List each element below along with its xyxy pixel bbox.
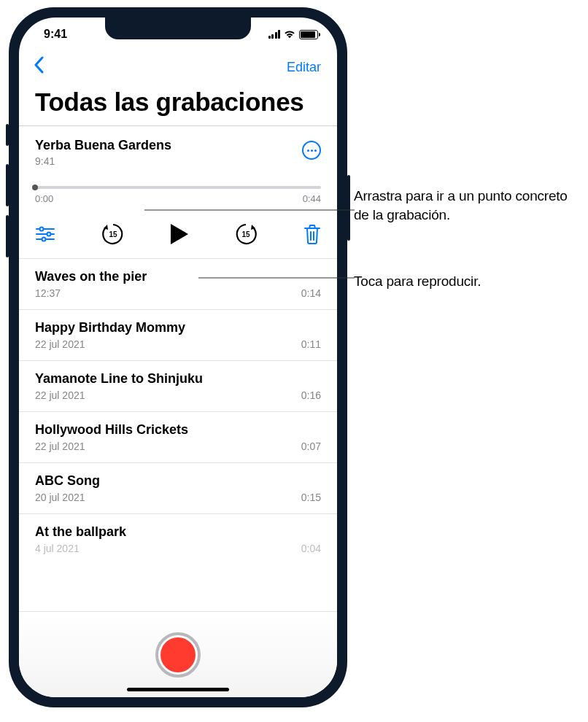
recording-date: 4 jul 2021 xyxy=(35,543,80,554)
phone-frame: 9:41 Editar Todas las grabaciones xyxy=(9,7,347,707)
list-item[interactable]: Happy Birthday Mommy 22 jul 2021 0:11 xyxy=(19,310,337,361)
list-item[interactable]: Yamanote Line to Shinjuku 22 jul 2021 0:… xyxy=(19,361,337,412)
trash-icon xyxy=(303,224,321,244)
scrubber-track[interactable] xyxy=(35,186,321,189)
recording-title: ABC Song xyxy=(35,473,100,489)
notch xyxy=(105,18,251,39)
record-button[interactable] xyxy=(155,632,201,678)
skip-forward-button[interactable]: 15 xyxy=(233,222,258,247)
scrubber[interactable]: 0:00 0:44 xyxy=(35,186,321,204)
svg-point-1 xyxy=(40,228,44,231)
scrubber-thumb[interactable] xyxy=(32,185,38,190)
recording-duration: 0:14 xyxy=(301,287,321,299)
skip-amount: 15 xyxy=(109,230,117,238)
recording-duration: 0:07 xyxy=(301,440,321,452)
recording-duration: 0:04 xyxy=(301,543,321,554)
wifi-icon xyxy=(284,30,295,39)
recording-duration: 0:11 xyxy=(301,338,321,350)
recording-date: 20 jul 2021 xyxy=(35,492,85,503)
callout-play: Toca para reproducir. xyxy=(354,272,481,291)
skip-back-button[interactable]: 15 xyxy=(101,222,125,247)
ellipsis-icon xyxy=(307,150,317,152)
more-button[interactable] xyxy=(302,141,321,160)
recording-date: 22 jul 2021 xyxy=(35,389,85,401)
edit-button[interactable]: Editar xyxy=(287,60,321,75)
chevron-left-icon xyxy=(34,56,44,74)
battery-icon xyxy=(299,30,318,39)
list-item[interactable]: At the ballpark 4 jul 2021 0:04 xyxy=(19,514,337,557)
list-item[interactable]: Hollywood Hills Crickets 22 jul 2021 0:0… xyxy=(19,412,337,463)
options-button[interactable] xyxy=(35,226,55,242)
volume-down-button xyxy=(6,215,9,257)
callout-scrubber: Arrastra para ir a un punto concreto de … xyxy=(354,187,580,224)
home-indicator[interactable] xyxy=(127,688,229,691)
delete-button[interactable] xyxy=(303,224,321,244)
page-title: Todas las grabaciones xyxy=(19,82,337,125)
recording-title: At the ballpark xyxy=(35,524,126,540)
record-area xyxy=(19,611,337,697)
recording-date: 12:37 xyxy=(35,287,61,299)
recording-date: 22 jul 2021 xyxy=(35,440,85,452)
recording-duration: 0:15 xyxy=(301,492,321,503)
scrubber-start-label: 0:00 xyxy=(35,193,53,204)
back-button[interactable] xyxy=(29,55,48,79)
recording-title: Happy Birthday Mommy xyxy=(35,320,185,335)
skip-amount: 15 xyxy=(241,230,249,238)
recording-title: Waves on the pier xyxy=(35,269,147,284)
recording-title: Yerba Buena Gardens xyxy=(35,138,171,153)
nav-bar: Editar xyxy=(19,51,337,82)
volume-up-button xyxy=(6,164,9,206)
recording-duration: 0:16 xyxy=(301,389,321,401)
recordings-list[interactable]: Yerba Buena Gardens 9:41 0:00 0:44 xyxy=(19,126,337,611)
playback-controls: 15 15 xyxy=(35,222,321,251)
record-icon xyxy=(160,637,196,672)
play-button[interactable] xyxy=(171,224,188,244)
svg-point-3 xyxy=(47,233,51,236)
status-indicators xyxy=(268,30,319,39)
list-item[interactable]: ABC Song 20 jul 2021 0:15 xyxy=(19,463,337,514)
recording-title: Yamanote Line to Shinjuku xyxy=(35,371,203,387)
recording-title: Hollywood Hills Crickets xyxy=(35,422,188,438)
selected-recording[interactable]: Yerba Buena Gardens 9:41 0:00 0:44 xyxy=(19,126,337,259)
mute-switch xyxy=(6,124,9,146)
screen: 9:41 Editar Todas las grabaciones xyxy=(19,18,337,697)
status-time: 9:41 xyxy=(44,28,67,41)
recording-date: 22 jul 2021 xyxy=(35,338,85,350)
sliders-icon xyxy=(35,226,55,242)
svg-point-5 xyxy=(42,238,46,241)
list-item[interactable]: Waves on the pier 12:37 0:14 xyxy=(19,259,337,310)
recording-timestamp: 9:41 xyxy=(35,155,171,167)
cellular-icon xyxy=(268,30,281,39)
